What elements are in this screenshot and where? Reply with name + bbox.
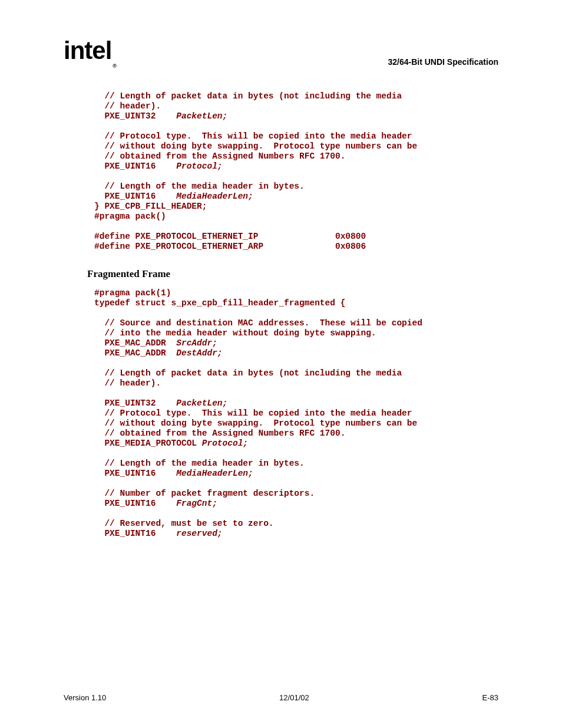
code-line: // into the media header without doing b… xyxy=(94,328,376,338)
code-line: #pragma pack() xyxy=(94,212,166,221)
code-line: // Length of the media header in bytes. xyxy=(94,182,305,191)
code-line: PXE_UINT16 xyxy=(94,499,176,508)
code-line: #pragma pack(1) xyxy=(94,288,171,298)
code-var: SrcAddr; xyxy=(176,338,217,348)
code-line: // Number of packet fragment descriptors… xyxy=(94,489,315,498)
footer-version: Version 1.10 xyxy=(64,693,106,702)
code-line: PXE_UINT32 xyxy=(94,111,176,121)
code-line: PXE_UINT16 xyxy=(94,192,176,201)
code-line: // without doing byte swapping. Protocol… xyxy=(94,419,417,428)
page-footer: Version 1.10 12/01/02 E-83 xyxy=(64,693,498,702)
doc-title: 32/64-Bit UNDI Specification xyxy=(388,57,499,67)
code-var: FragCnt; xyxy=(176,499,217,508)
code-line: // obtained from the Assigned Numbers RF… xyxy=(94,151,345,161)
code-line: // Protocol type. This will be copied in… xyxy=(94,409,412,418)
code-line: // header). xyxy=(94,378,161,388)
footer-page: E-83 xyxy=(482,693,498,702)
code-var: Protocol; xyxy=(202,439,248,448)
code-line: // Protocol type. This will be copied in… xyxy=(94,131,412,141)
code-line: } PXE_CPB_FILL_HEADER; xyxy=(94,202,207,211)
code-var: Protocol; xyxy=(176,162,222,171)
code-var: MediaHeaderLen; xyxy=(176,192,253,201)
page-header: intel® 32/64-Bit UNDI Specification xyxy=(64,38,498,67)
code-var: MediaHeaderLen; xyxy=(176,469,253,478)
code-var: PacketLen; xyxy=(176,111,227,121)
code-var: reserved; xyxy=(176,529,222,538)
intel-logo: intel® xyxy=(64,37,115,65)
logo-text: intel xyxy=(64,37,111,64)
code-block-2: #pragma pack(1) typedef struct s_pxe_cpb… xyxy=(94,288,498,539)
code-line: typedef struct s_pxe_cpb_fill_header_fra… xyxy=(94,298,345,308)
code-line: // Length of the media header in bytes. xyxy=(94,459,305,468)
code-line: PXE_UINT16 xyxy=(94,469,176,478)
code-var: DestAddr; xyxy=(176,348,222,358)
code-block-1: // Length of packet data in bytes (not i… xyxy=(94,91,498,252)
code-line: #define PXE_PROTOCOL_ETHERNET_ARP 0x0806 xyxy=(94,242,366,251)
code-line: // without doing byte swapping. Protocol… xyxy=(94,141,417,151)
code-line: // Source and destination MAC addresses.… xyxy=(94,318,422,328)
logo-registered: ® xyxy=(113,63,116,69)
code-line: // obtained from the Assigned Numbers RF… xyxy=(94,429,345,438)
page: intel® 32/64-Bit UNDI Specification // L… xyxy=(0,0,562,728)
code-line: PXE_UINT16 xyxy=(94,529,176,538)
code-line: PXE_MAC_ADDR xyxy=(94,348,176,358)
section-heading: Fragmented Frame xyxy=(87,268,498,280)
code-line: #define PXE_PROTOCOL_ETHERNET_IP 0x0800 xyxy=(94,232,366,241)
code-var: PacketLen; xyxy=(176,398,227,408)
code-line: // header). xyxy=(94,101,161,111)
code-line: PXE_MEDIA_PROTOCOL xyxy=(94,439,202,448)
code-line: // Reserved, must be set to zero. xyxy=(94,519,274,528)
code-line: // Length of packet data in bytes (not i… xyxy=(94,368,402,378)
code-line: PXE_MAC_ADDR xyxy=(94,338,176,348)
code-line: PXE_UINT32 xyxy=(94,398,176,408)
code-line: PXE_UINT16 xyxy=(94,162,176,171)
code-line: // Length of packet data in bytes (not i… xyxy=(94,91,402,101)
footer-date: 12/01/02 xyxy=(279,693,309,702)
